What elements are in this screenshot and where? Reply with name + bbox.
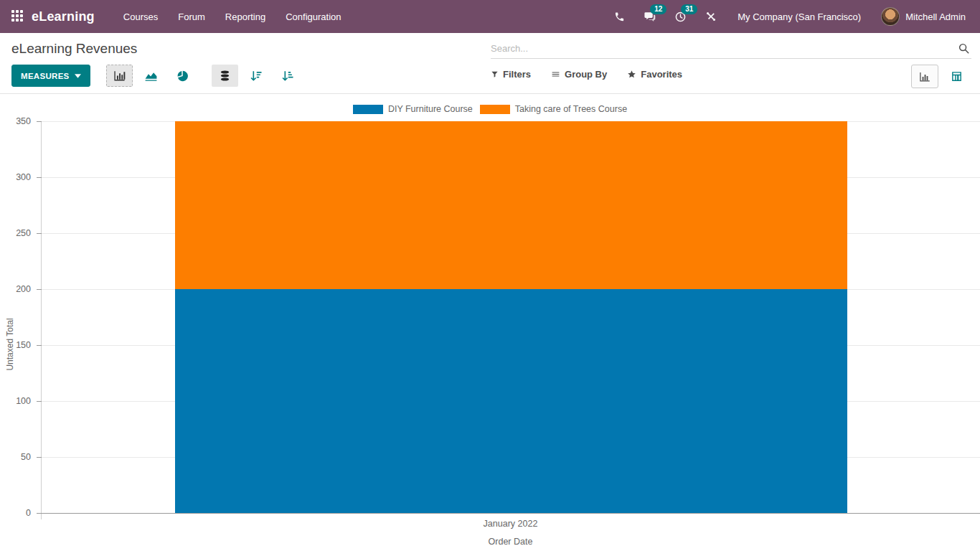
legend-label: Taking care of Trees Course [515, 104, 627, 114]
sort-ascending-button[interactable] [275, 65, 301, 87]
search-input[interactable] [491, 40, 951, 57]
page-title: eLearning Revenues [11, 41, 137, 57]
view-switcher [911, 65, 970, 88]
stacked-icon [219, 69, 231, 83]
y-tickmark [37, 121, 42, 122]
messages-button[interactable]: 12 [636, 0, 664, 33]
legend-label: DIY Furniture Course [388, 104, 473, 114]
messages-badge: 12 [650, 4, 666, 14]
apps-menu-icon[interactable] [11, 10, 24, 23]
nav-item-forum[interactable]: Forum [168, 0, 215, 33]
group-by-label: Group By [565, 69, 607, 80]
control-panel: eLearning Revenues MEASURES [0, 33, 980, 94]
group-by-icon [551, 70, 560, 79]
legend-item[interactable]: DIY Furniture Course [353, 104, 473, 114]
favorites-label: Favorites [641, 69, 682, 80]
favorites-button[interactable]: Favorites [627, 69, 682, 80]
group-by-button[interactable]: Group By [551, 69, 607, 80]
graph-view-button[interactable] [911, 65, 938, 88]
pie-chart-mode-button[interactable] [169, 65, 196, 87]
y-tick-label: 50 [21, 452, 31, 462]
nav-item-courses[interactable]: Courses [113, 0, 168, 33]
y-tick-label: 200 [16, 284, 31, 294]
sort-desc-icon [250, 70, 263, 83]
filters-button[interactable]: Filters [491, 69, 531, 80]
measures-label: MEASURES [21, 72, 70, 80]
caret-down-icon [75, 74, 81, 78]
nav-item-reporting[interactable]: Reporting [215, 0, 275, 33]
sort-descending-button[interactable] [243, 65, 270, 87]
user-name: Mitchell Admin [905, 11, 966, 22]
nav-item-configuration[interactable]: Configuration [275, 0, 351, 33]
y-tick-label: 250 [16, 228, 31, 238]
chart-region: DIY Furniture CourseTaking care of Trees… [0, 94, 980, 551]
measures-button[interactable]: MEASURES [11, 65, 90, 87]
legend-swatch [353, 105, 383, 114]
pivot-view-button[interactable] [943, 65, 970, 88]
x-axis-title: Order Date [41, 537, 980, 547]
search-icon[interactable] [958, 42, 970, 57]
chart-legend: DIY Furniture CourseTaking care of Trees… [0, 104, 980, 114]
plot-area [41, 121, 980, 513]
y-axis-tick-labels: 050100150200250300350 [0, 121, 35, 513]
y-tick-label: 300 [16, 172, 31, 182]
search-facets: Filters Group By Favorites [491, 69, 682, 80]
legend-item[interactable]: Taking care of Trees Course [480, 104, 627, 114]
debug-tools-button[interactable] [697, 0, 725, 33]
app-name[interactable]: eLearning [32, 9, 95, 24]
graph-view-icon [918, 70, 931, 83]
y-tickmark [37, 513, 42, 514]
bar-segment-diy-furniture-course[interactable] [175, 289, 847, 513]
pivot-view-icon [951, 70, 963, 83]
phone-icon[interactable] [606, 0, 633, 33]
sort-asc-icon [281, 70, 294, 83]
star-icon [627, 70, 636, 79]
user-avatar [881, 7, 900, 26]
activities-badge: 31 [681, 4, 697, 14]
y-tick-label: 0 [26, 508, 31, 518]
y-tickmark [37, 457, 42, 458]
bar-chart-icon [113, 69, 126, 83]
odoo-screen: eLearning Courses Forum Reporting Config… [0, 0, 980, 551]
company-switcher[interactable]: My Company (San Francisco) [727, 11, 871, 22]
area-chart-icon [144, 69, 158, 83]
bar-chart-mode-button[interactable] [106, 65, 133, 87]
activities-button[interactable]: 31 [666, 0, 694, 33]
y-tick-label: 100 [16, 396, 31, 406]
bar-segment-taking-care-of-trees-course[interactable] [175, 121, 847, 289]
legend-swatch [480, 105, 510, 114]
line-chart-mode-button[interactable] [138, 65, 164, 87]
y-tickmark [37, 345, 42, 346]
top-navbar: eLearning Courses Forum Reporting Config… [0, 0, 980, 33]
search-box [491, 40, 971, 59]
y-tickmark [37, 233, 42, 234]
x-tick-label: January 2022 [403, 519, 618, 529]
y-tickmark [37, 177, 42, 178]
y-tick-label: 350 [16, 116, 31, 126]
pie-chart-icon [176, 70, 189, 83]
y-tickmark [37, 289, 42, 290]
y-tick-label: 150 [16, 340, 31, 350]
tools-icon [705, 11, 717, 22]
filter-funnel-icon [491, 70, 499, 78]
filters-label: Filters [503, 69, 531, 80]
user-menu[interactable]: Mitchell Admin [874, 7, 971, 26]
y-axis-stub [41, 513, 42, 519]
graph-toolbar: MEASURES [11, 65, 301, 87]
stacked-toggle-button[interactable] [212, 65, 238, 87]
phone-icon-glyph [614, 11, 625, 22]
y-tickmark [37, 401, 42, 402]
